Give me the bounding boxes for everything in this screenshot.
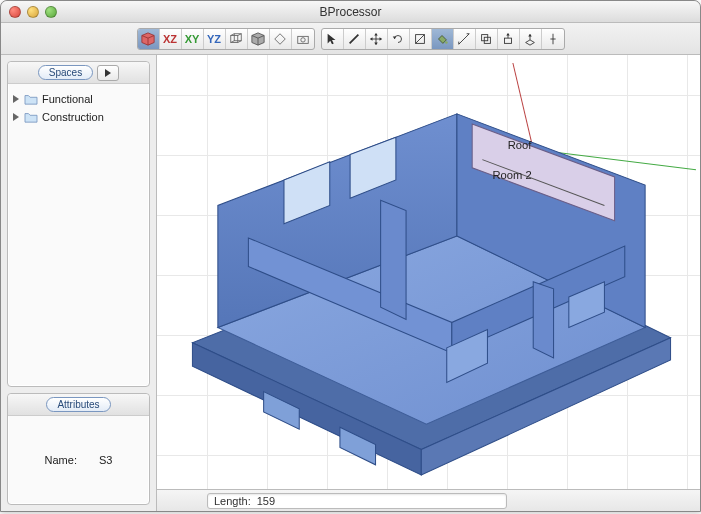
folder-icon xyxy=(24,111,38,123)
tree-item-functional[interactable]: Functional xyxy=(12,90,145,108)
length-status-field[interactable]: Length: 159 xyxy=(207,493,507,509)
measure-tool-button[interactable] xyxy=(454,29,476,49)
status-bar: Length: 159 xyxy=(157,489,700,511)
attributes-body: Name: S3 xyxy=(8,416,149,504)
svg-point-25 xyxy=(445,41,448,44)
pencil-icon xyxy=(347,32,361,46)
rotate-tool-button[interactable] xyxy=(388,29,410,49)
svg-marker-36 xyxy=(528,33,532,36)
svg-marker-55 xyxy=(533,282,553,358)
camera-view-button[interactable] xyxy=(292,29,314,49)
svg-line-14 xyxy=(350,34,359,43)
spaces-expand-button[interactable] xyxy=(97,65,119,81)
length-value: 159 xyxy=(257,495,275,507)
extrude-tool-button[interactable] xyxy=(520,29,542,49)
tree-item-construction[interactable]: Construction xyxy=(12,108,145,126)
line-tool-button[interactable] xyxy=(344,29,366,49)
svg-marker-17 xyxy=(374,32,378,35)
app-window: BProcessor XZ XY YZ xyxy=(0,0,701,512)
extrude-icon xyxy=(523,32,537,46)
offset-icon xyxy=(479,32,493,46)
svg-marker-10 xyxy=(275,33,286,44)
scale-icon xyxy=(413,32,427,46)
paint-bucket-icon xyxy=(435,32,449,46)
move-icon xyxy=(369,32,383,46)
roof-annotation: Roof xyxy=(508,139,533,151)
attributes-tab[interactable]: Attributes xyxy=(46,397,110,412)
pushpull-icon xyxy=(501,32,515,46)
cube-3d-icon xyxy=(141,32,155,46)
cube-wire-view-button[interactable] xyxy=(226,29,248,49)
wireframe-cube-icon xyxy=(229,32,243,46)
diamond-icon xyxy=(273,32,287,46)
play-icon xyxy=(104,69,112,77)
ruler-icon xyxy=(457,32,471,46)
length-label: Length: xyxy=(214,495,251,507)
pushpull-tool-button[interactable] xyxy=(498,29,520,49)
rotate-icon xyxy=(391,32,405,46)
svg-marker-41 xyxy=(13,113,19,121)
svg-marker-39 xyxy=(105,69,111,77)
xy-view-button[interactable]: XY xyxy=(182,29,204,49)
toolbar: XZ XY YZ xyxy=(1,23,700,55)
move-tool-button[interactable] xyxy=(366,29,388,49)
svg-marker-19 xyxy=(370,37,373,41)
window-title: BProcessor xyxy=(1,5,700,19)
svg-marker-20 xyxy=(380,37,383,41)
scale-tool-button[interactable] xyxy=(410,29,432,49)
spaces-panel: Spaces Functional Construction xyxy=(7,61,150,387)
disclosure-triangle-icon xyxy=(12,113,20,121)
paint-tool-button[interactable] xyxy=(432,29,454,49)
svg-point-12 xyxy=(300,37,304,41)
tools-toolbar-group xyxy=(321,28,565,50)
svg-marker-34 xyxy=(526,39,535,44)
svg-rect-31 xyxy=(505,38,512,43)
eraser-tool-button[interactable] xyxy=(542,29,564,49)
tree-item-label: Functional xyxy=(42,93,93,105)
attributes-panel-header: Attributes xyxy=(8,394,149,416)
solid-cube-icon xyxy=(251,32,265,46)
room2-annotation: Room 2 xyxy=(493,169,532,181)
svg-line-23 xyxy=(416,34,425,43)
svg-marker-40 xyxy=(13,95,19,103)
traffic-lights xyxy=(1,6,57,18)
spaces-tab[interactable]: Spaces xyxy=(38,65,93,80)
svg-marker-21 xyxy=(393,36,397,39)
house-model-icon: Roof Room 2 xyxy=(167,63,696,489)
view-toolbar-group: XZ XY YZ xyxy=(137,28,315,50)
select-tool-button[interactable] xyxy=(322,29,344,49)
svg-marker-33 xyxy=(506,32,510,35)
name-value: S3 xyxy=(99,454,112,466)
3d-view-button[interactable] xyxy=(138,29,160,49)
eraser-icon xyxy=(546,32,560,46)
spaces-panel-header: Spaces xyxy=(8,62,149,84)
name-label: Name: xyxy=(45,454,77,466)
sidebar: Spaces Functional Construction xyxy=(1,55,157,511)
main-body: Spaces Functional Construction xyxy=(1,55,700,511)
3d-canvas[interactable]: Roof Room 2 xyxy=(157,55,700,489)
spaces-tree: Functional Construction xyxy=(8,84,149,386)
close-button[interactable] xyxy=(9,6,21,18)
zoom-button[interactable] xyxy=(45,6,57,18)
svg-marker-54 xyxy=(381,200,406,319)
disclosure-triangle-icon xyxy=(12,95,20,103)
perspective-view-button[interactable] xyxy=(270,29,292,49)
cube-solid-view-button[interactable] xyxy=(248,29,270,49)
offset-tool-button[interactable] xyxy=(476,29,498,49)
camera-icon xyxy=(296,32,310,46)
xz-view-button[interactable]: XZ xyxy=(160,29,182,49)
minimize-button[interactable] xyxy=(27,6,39,18)
yz-view-button[interactable]: YZ xyxy=(204,29,226,49)
arrow-cursor-icon xyxy=(325,32,339,46)
svg-marker-13 xyxy=(328,33,336,44)
svg-marker-18 xyxy=(374,42,378,45)
title-bar: BProcessor xyxy=(1,1,700,23)
viewport: Roof Room 2 xyxy=(157,55,700,511)
tree-item-label: Construction xyxy=(42,111,104,123)
folder-icon xyxy=(24,93,38,105)
attributes-panel: Attributes Name: S3 xyxy=(7,393,150,505)
svg-line-26 xyxy=(459,33,470,44)
